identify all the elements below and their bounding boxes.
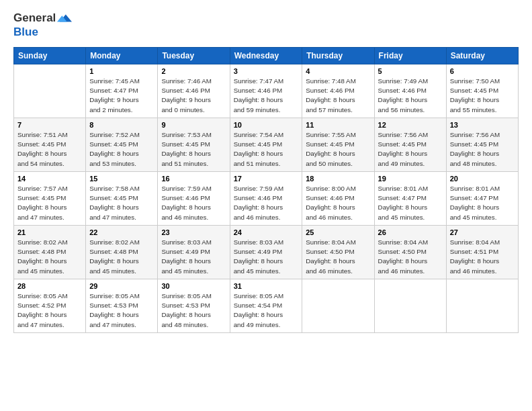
weekday-friday: Friday bbox=[374, 48, 446, 64]
day-info: Sunrise: 7:59 AMSunset: 4:46 PMDaylight:… bbox=[234, 184, 299, 222]
day-info: Sunrise: 8:01 AMSunset: 4:47 PMDaylight:… bbox=[378, 184, 443, 222]
day-info: Sunrise: 7:58 AMSunset: 4:45 PMDaylight:… bbox=[89, 184, 154, 222]
day-cell: 26Sunrise: 8:04 AMSunset: 4:50 PMDayligh… bbox=[374, 226, 446, 279]
day-cell: 10Sunrise: 7:54 AMSunset: 4:45 PMDayligh… bbox=[230, 118, 302, 172]
day-info: Sunrise: 8:04 AMSunset: 4:51 PMDaylight:… bbox=[450, 238, 515, 276]
day-number: 20 bbox=[450, 175, 515, 183]
weekday-header-row: SundayMondayTuesdayWednesdayThursdayFrid… bbox=[14, 48, 519, 64]
day-number: 21 bbox=[17, 228, 82, 236]
day-info: Sunrise: 7:53 AMSunset: 4:45 PMDaylight:… bbox=[161, 130, 226, 169]
week-row-1: 1Sunrise: 7:45 AMSunset: 4:47 PMDaylight… bbox=[14, 64, 519, 118]
day-cell bbox=[446, 279, 518, 333]
day-info: Sunrise: 8:02 AMSunset: 4:48 PMDaylight:… bbox=[89, 238, 154, 276]
day-info: Sunrise: 8:05 AMSunset: 4:54 PMDaylight:… bbox=[234, 291, 299, 330]
day-number: 23 bbox=[161, 228, 226, 236]
day-info: Sunrise: 7:59 AMSunset: 4:46 PMDaylight:… bbox=[161, 184, 226, 222]
day-cell: 6Sunrise: 7:50 AMSunset: 4:45 PMDaylight… bbox=[446, 64, 518, 118]
day-info: Sunrise: 8:05 AMSunset: 4:52 PMDaylight:… bbox=[17, 291, 82, 330]
weekday-sunday: Sunday bbox=[14, 48, 86, 64]
day-number: 17 bbox=[234, 175, 299, 183]
day-info: Sunrise: 8:04 AMSunset: 4:50 PMDaylight:… bbox=[378, 238, 443, 276]
day-cell: 3Sunrise: 7:47 AMSunset: 4:46 PMDaylight… bbox=[230, 64, 302, 118]
day-info: Sunrise: 7:45 AMSunset: 4:47 PMDaylight:… bbox=[89, 77, 154, 115]
day-cell: 18Sunrise: 8:00 AMSunset: 4:46 PMDayligh… bbox=[302, 172, 374, 226]
calendar-table: SundayMondayTuesdayWednesdayThursdayFrid… bbox=[13, 47, 519, 333]
week-row-2: 7Sunrise: 7:51 AMSunset: 4:45 PMDaylight… bbox=[14, 118, 519, 172]
day-cell: 30Sunrise: 8:05 AMSunset: 4:53 PMDayligh… bbox=[158, 279, 230, 333]
weekday-monday: Monday bbox=[86, 48, 158, 64]
day-number: 1 bbox=[89, 67, 154, 75]
day-info: Sunrise: 8:03 AMSunset: 4:49 PMDaylight:… bbox=[161, 238, 226, 276]
day-cell: 5Sunrise: 7:49 AMSunset: 4:46 PMDaylight… bbox=[374, 64, 446, 118]
day-info: Sunrise: 7:46 AMSunset: 4:46 PMDaylight:… bbox=[161, 77, 226, 115]
day-cell: 20Sunrise: 8:01 AMSunset: 4:47 PMDayligh… bbox=[446, 172, 518, 226]
day-info: Sunrise: 7:50 AMSunset: 4:45 PMDaylight:… bbox=[450, 77, 515, 115]
day-cell: 12Sunrise: 7:56 AMSunset: 4:45 PMDayligh… bbox=[374, 118, 446, 172]
day-number: 30 bbox=[161, 282, 226, 290]
week-row-5: 28Sunrise: 8:05 AMSunset: 4:52 PMDayligh… bbox=[14, 279, 519, 333]
day-number: 26 bbox=[378, 228, 443, 236]
day-cell bbox=[14, 64, 86, 118]
day-cell: 17Sunrise: 7:59 AMSunset: 4:46 PMDayligh… bbox=[230, 172, 302, 226]
weekday-saturday: Saturday bbox=[446, 48, 518, 64]
day-number: 27 bbox=[450, 228, 515, 236]
day-cell: 27Sunrise: 8:04 AMSunset: 4:51 PMDayligh… bbox=[446, 226, 518, 279]
day-number: 25 bbox=[306, 228, 370, 236]
day-cell: 23Sunrise: 8:03 AMSunset: 4:49 PMDayligh… bbox=[158, 226, 230, 279]
day-cell: 1Sunrise: 7:45 AMSunset: 4:47 PMDaylight… bbox=[86, 64, 158, 118]
day-number: 5 bbox=[378, 67, 443, 75]
day-cell: 11Sunrise: 7:55 AMSunset: 4:45 PMDayligh… bbox=[302, 118, 374, 172]
day-cell: 28Sunrise: 8:05 AMSunset: 4:52 PMDayligh… bbox=[14, 279, 86, 333]
day-number: 15 bbox=[89, 175, 154, 183]
week-row-4: 21Sunrise: 8:02 AMSunset: 4:48 PMDayligh… bbox=[14, 226, 519, 279]
day-number: 7 bbox=[17, 121, 82, 129]
day-number: 9 bbox=[161, 121, 226, 129]
day-cell: 29Sunrise: 8:05 AMSunset: 4:53 PMDayligh… bbox=[86, 279, 158, 333]
day-number: 28 bbox=[17, 282, 82, 290]
day-cell: 2Sunrise: 7:46 AMSunset: 4:46 PMDaylight… bbox=[158, 64, 230, 118]
day-number: 8 bbox=[89, 121, 154, 129]
day-cell: 22Sunrise: 8:02 AMSunset: 4:48 PMDayligh… bbox=[86, 226, 158, 279]
day-number: 2 bbox=[161, 67, 226, 75]
day-cell: 9Sunrise: 7:53 AMSunset: 4:45 PMDaylight… bbox=[158, 118, 230, 172]
day-number: 3 bbox=[234, 67, 299, 75]
day-cell: 15Sunrise: 7:58 AMSunset: 4:45 PMDayligh… bbox=[86, 172, 158, 226]
day-info: Sunrise: 8:03 AMSunset: 4:49 PMDaylight:… bbox=[234, 238, 299, 276]
logo-icon bbox=[57, 11, 72, 26]
logo-general: General bbox=[13, 11, 56, 25]
day-cell: 8Sunrise: 7:52 AMSunset: 4:45 PMDaylight… bbox=[86, 118, 158, 172]
day-number: 14 bbox=[17, 175, 82, 183]
day-cell: 25Sunrise: 8:04 AMSunset: 4:50 PMDayligh… bbox=[302, 226, 374, 279]
day-info: Sunrise: 7:47 AMSunset: 4:46 PMDaylight:… bbox=[234, 77, 299, 115]
day-info: Sunrise: 8:05 AMSunset: 4:53 PMDaylight:… bbox=[161, 291, 226, 330]
weekday-thursday: Thursday bbox=[302, 48, 374, 64]
day-cell: 4Sunrise: 7:48 AMSunset: 4:46 PMDaylight… bbox=[302, 64, 374, 118]
day-cell: 24Sunrise: 8:03 AMSunset: 4:49 PMDayligh… bbox=[230, 226, 302, 279]
weekday-wednesday: Wednesday bbox=[230, 48, 302, 64]
header: General Blue bbox=[13, 11, 519, 39]
day-cell bbox=[302, 279, 374, 333]
day-number: 4 bbox=[306, 67, 370, 75]
day-info: Sunrise: 7:49 AMSunset: 4:46 PMDaylight:… bbox=[378, 77, 443, 115]
day-number: 10 bbox=[234, 121, 299, 129]
day-info: Sunrise: 7:56 AMSunset: 4:45 PMDaylight:… bbox=[450, 130, 515, 169]
day-cell: 19Sunrise: 8:01 AMSunset: 4:47 PMDayligh… bbox=[374, 172, 446, 226]
day-cell: 21Sunrise: 8:02 AMSunset: 4:48 PMDayligh… bbox=[14, 226, 86, 279]
day-number: 6 bbox=[450, 67, 515, 75]
day-info: Sunrise: 7:52 AMSunset: 4:45 PMDaylight:… bbox=[89, 130, 154, 169]
day-cell: 7Sunrise: 7:51 AMSunset: 4:45 PMDaylight… bbox=[14, 118, 86, 172]
day-number: 12 bbox=[378, 121, 443, 129]
day-info: Sunrise: 7:54 AMSunset: 4:45 PMDaylight:… bbox=[234, 130, 299, 169]
logo: General Blue bbox=[13, 11, 72, 39]
day-number: 24 bbox=[234, 228, 299, 236]
day-number: 19 bbox=[378, 175, 443, 183]
day-cell: 16Sunrise: 7:59 AMSunset: 4:46 PMDayligh… bbox=[158, 172, 230, 226]
day-info: Sunrise: 7:48 AMSunset: 4:46 PMDaylight:… bbox=[306, 77, 370, 115]
day-info: Sunrise: 8:05 AMSunset: 4:53 PMDaylight:… bbox=[89, 291, 154, 330]
day-info: Sunrise: 7:51 AMSunset: 4:45 PMDaylight:… bbox=[17, 130, 82, 169]
day-number: 22 bbox=[89, 228, 154, 236]
logo-blue-text: Blue bbox=[13, 26, 38, 38]
day-info: Sunrise: 8:04 AMSunset: 4:50 PMDaylight:… bbox=[306, 238, 370, 276]
day-info: Sunrise: 7:57 AMSunset: 4:45 PMDaylight:… bbox=[17, 184, 82, 222]
day-number: 31 bbox=[234, 282, 299, 290]
